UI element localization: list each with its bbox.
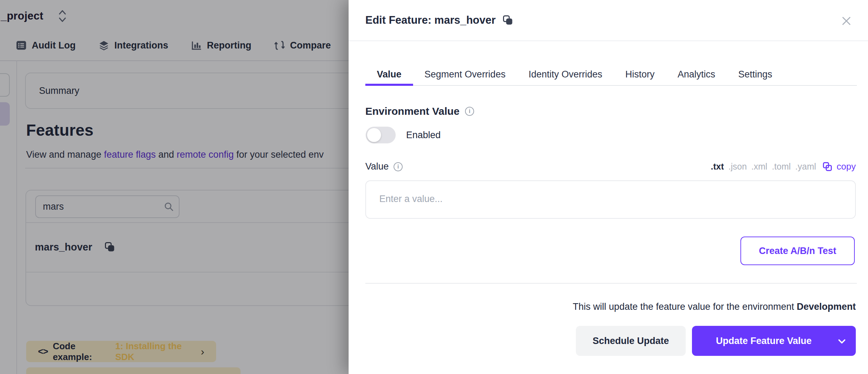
create-abn-test-button[interactable]: Create A/B/n Test bbox=[740, 237, 855, 265]
info-icon[interactable]: i bbox=[394, 162, 403, 171]
tab-settings[interactable]: Settings bbox=[727, 65, 784, 86]
tab-analytics[interactable]: Analytics bbox=[666, 65, 727, 86]
format-yaml[interactable]: .yaml bbox=[795, 162, 816, 172]
tab-value[interactable]: Value bbox=[365, 65, 413, 86]
copy-value-link[interactable]: copy bbox=[837, 161, 856, 172]
format-toml[interactable]: .toml bbox=[772, 162, 791, 172]
update-note: This will update the feature value for t… bbox=[573, 301, 856, 312]
drawer-header: Edit Feature: mars_hover bbox=[349, 0, 868, 41]
tab-identity-overrides[interactable]: Identity Overrides bbox=[517, 65, 614, 86]
drawer-tabs: Value Segment Overrides Identity Overrid… bbox=[365, 65, 857, 86]
value-input[interactable] bbox=[365, 180, 856, 219]
screen: _project Audit Log Integrations bbox=[0, 0, 868, 374]
value-label: Value bbox=[365, 161, 389, 172]
format-xml[interactable]: .xml bbox=[751, 162, 767, 172]
format-selector: .txt .json .xml .toml .yaml copy bbox=[711, 161, 856, 172]
enabled-label: Enabled bbox=[406, 130, 441, 141]
format-txt[interactable]: .txt bbox=[711, 162, 724, 172]
copy-value-icon[interactable] bbox=[823, 162, 832, 171]
chevron-down-icon bbox=[837, 336, 847, 346]
schedule-update-button[interactable]: Schedule Update bbox=[576, 326, 686, 356]
toggle-knob bbox=[367, 128, 381, 142]
edit-feature-drawer: Edit Feature: mars_hover Value Segment O… bbox=[349, 0, 868, 374]
environment-value-heading: Environment Value bbox=[365, 105, 459, 117]
drawer-title: Edit Feature: mars_hover bbox=[365, 14, 496, 27]
update-button-label: Update Feature Value bbox=[716, 336, 812, 346]
close-icon[interactable] bbox=[839, 14, 853, 28]
info-icon[interactable]: i bbox=[465, 107, 474, 116]
footer-divider bbox=[365, 283, 857, 284]
tab-history[interactable]: History bbox=[614, 65, 666, 86]
update-note-text: This will update the feature value for t… bbox=[573, 301, 797, 312]
tab-segment-overrides[interactable]: Segment Overrides bbox=[413, 65, 517, 86]
format-json[interactable]: .json bbox=[729, 162, 747, 172]
environment-name: Development bbox=[797, 301, 856, 312]
copy-feature-name-icon[interactable] bbox=[503, 15, 513, 25]
enabled-toggle[interactable] bbox=[366, 127, 396, 143]
update-feature-value-button[interactable]: Update Feature Value bbox=[692, 326, 856, 356]
